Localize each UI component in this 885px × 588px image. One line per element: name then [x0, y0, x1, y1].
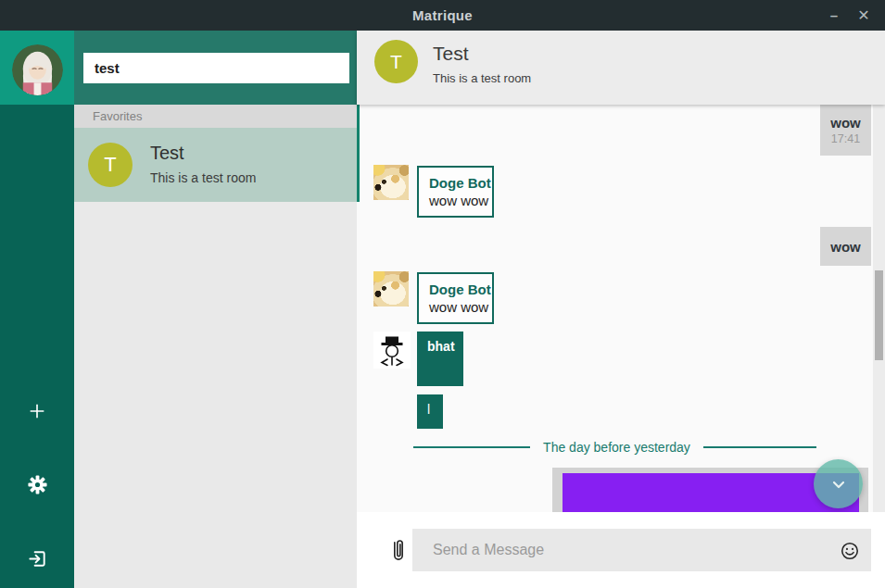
room-topic: This is a test room [150, 170, 256, 185]
attach-button[interactable] [385, 534, 412, 568]
message-sender: Doge Bot [429, 175, 492, 191]
room-name: Test [150, 143, 184, 164]
panel-divider-accent [357, 105, 360, 202]
plus-icon [27, 401, 47, 421]
message-list: wow 17:41 Doge Bot wow wow wow Doge Bot … [357, 105, 885, 512]
favorites-section-header[interactable]: Favorites [74, 105, 357, 128]
chevron-down-icon [827, 472, 851, 496]
message-sender: Doge Bot [429, 281, 492, 297]
user-avatar[interactable] [12, 44, 63, 95]
room-list-item-test[interactable]: T Test This is a test room [74, 128, 357, 202]
settings-button[interactable] [19, 466, 56, 503]
doge-avatar[interactable] [373, 165, 409, 200]
message-bubble-incoming: l [417, 394, 443, 429]
message-text: l [427, 402, 443, 418]
chat-header: T Test This is a test room [357, 31, 885, 105]
date-divider: The day before yesterday [357, 435, 873, 459]
room-list-panel: Favorites T Test This is a test room [74, 31, 357, 588]
emoji-button[interactable] [838, 539, 862, 563]
message-bubble-outgoing: wow 17:41 [820, 105, 871, 156]
divider-line [413, 446, 530, 448]
hat-figure-avatar[interactable] [373, 332, 411, 369]
smiley-icon [840, 541, 860, 561]
message-composer [357, 512, 885, 588]
hat-figure-drawing [373, 332, 411, 369]
divider-line [703, 446, 816, 448]
favorites-section-label: Favorites [93, 109, 142, 123]
message-timestamp: 17:41 [831, 132, 860, 145]
search-strip [74, 31, 357, 105]
paperclip-icon [389, 536, 408, 566]
add-room-button[interactable] [19, 393, 56, 430]
close-button[interactable]: ✕ [850, 0, 878, 31]
chat-panel: T Test This is a test room wow 17:41 Dog… [357, 31, 885, 588]
exit-icon [27, 548, 48, 569]
doge-avatar[interactable] [373, 271, 409, 307]
chat-scrollbar-track[interactable] [873, 105, 885, 512]
chat-room-avatar[interactable]: T [374, 40, 418, 83]
room-search-input[interactable] [83, 53, 349, 83]
scroll-to-bottom-button[interactable] [814, 459, 863, 508]
message-text: wow wow [429, 299, 492, 315]
message-bubble-outgoing: wow [820, 227, 871, 266]
gear-icon [27, 474, 48, 495]
message-text: wow [830, 239, 861, 255]
message-text: wow [830, 115, 861, 131]
message-input-wrap [412, 529, 871, 571]
message-sender: bhat [427, 339, 463, 354]
message-input[interactable] [412, 529, 871, 571]
logout-button[interactable] [19, 540, 56, 577]
anime-user-avatar [12, 44, 63, 95]
sidebar [0, 31, 74, 588]
window-titlebar: Matrique – ✕ [0, 0, 885, 31]
room-avatar: T [88, 143, 133, 187]
chat-room-subtitle: This is a test room [433, 71, 531, 85]
message-bubble-bot: Doge Bot wow wow [417, 272, 494, 324]
message-bubble-incoming: bhat [417, 332, 463, 386]
chat-scrollbar-thumb[interactable] [875, 270, 883, 360]
chat-room-title: Test [433, 43, 469, 65]
message-text: wow wow [429, 193, 492, 208]
minimize-button[interactable]: – [820, 0, 848, 31]
message-text [427, 354, 463, 369]
window-title: Matrique [412, 7, 473, 23]
message-bubble-bot: Doge Bot wow wow [417, 166, 494, 218]
date-divider-label: The day before yesterday [543, 440, 690, 455]
